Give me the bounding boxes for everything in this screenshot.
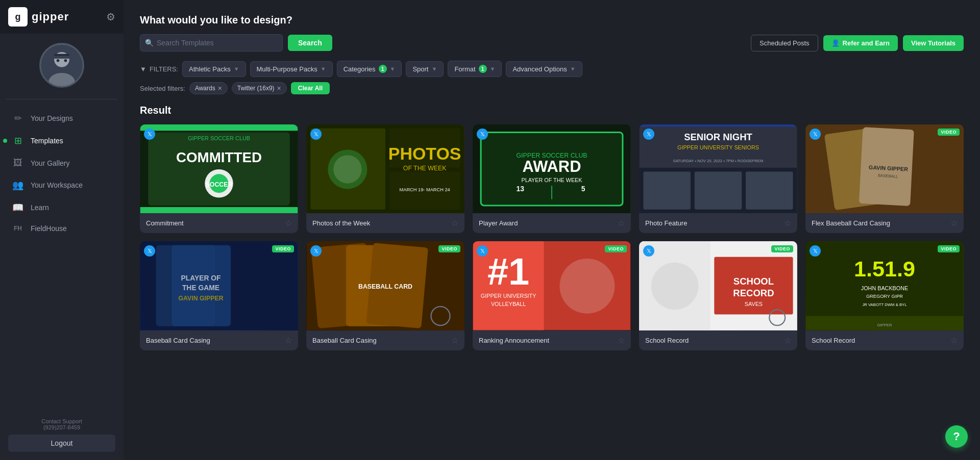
refer-earn-button[interactable]: 👤 Refer and Earn <box>823 35 898 51</box>
scheduled-posts-button[interactable]: Scheduled Posts <box>751 35 818 52</box>
svg-rect-10 <box>140 207 298 213</box>
template-card[interactable]: 𝕏 VIDEO GAVIN GIPPER BASEBALL Flex Baseb… <box>805 124 964 233</box>
template-card[interactable]: 𝕏 VIDEO PLAYER OF THE GAME GAVIN GIPPER … <box>140 241 298 350</box>
template-card[interactable]: 𝕏 VIDEO #1 GIPPER UNIVERSITY VOLLEYBALL … <box>473 241 631 350</box>
favorite-icon[interactable]: ☆ <box>784 336 791 345</box>
svg-text:RECORD: RECORD <box>733 288 774 298</box>
favorite-icon[interactable]: ☆ <box>950 336 958 345</box>
template-card[interactable]: 𝕏 COMMITTED SOCCER GIPPER SOCCER CLUB <box>140 124 298 233</box>
selected-filters-row: Selected filters: Awards × Twitter (16x9… <box>140 82 964 94</box>
filter-advanced-options[interactable]: Advanced Options ▼ <box>506 61 582 77</box>
svg-text:JR VABOTT DWM & BYL: JR VABOTT DWM & BYL <box>862 302 907 307</box>
remove-awards-tag[interactable]: × <box>218 85 222 92</box>
favorite-icon[interactable]: ☆ <box>451 218 458 228</box>
svg-text:MARCH 19- MARCH 24: MARCH 19- MARCH 24 <box>400 187 450 192</box>
view-tutorials-button[interactable]: View Tutorials <box>903 35 964 51</box>
search-button[interactable]: Search <box>288 35 332 51</box>
template-name: School Record <box>645 337 689 344</box>
svg-text:SOCCER: SOCCER <box>206 181 233 188</box>
template-card[interactable]: 𝕏 SENIOR NIGHT GIPPER UNIVERSITY SENIORS… <box>639 124 797 233</box>
template-card[interactable]: 𝕏 GIPPER SOCCER CLUB AWARD PLAYER OF THE… <box>473 124 631 233</box>
active-indicator <box>3 139 7 143</box>
favorite-icon[interactable]: ☆ <box>618 336 625 345</box>
favorite-icon[interactable]: ☆ <box>618 218 625 228</box>
template-thumbnail: 𝕏 COMMITTED SOCCER GIPPER SOCCER CLUB <box>140 124 298 213</box>
avatar-section <box>0 34 124 94</box>
chevron-down-icon: ▼ <box>234 66 239 72</box>
sidebar-item-label: Your Designs <box>31 114 73 122</box>
template-card[interactable]: 𝕏 VIDEO BASEBALL CARD Baseball Card Casi… <box>306 241 464 350</box>
favorite-icon[interactable]: ☆ <box>285 218 292 228</box>
svg-rect-36 <box>695 172 742 210</box>
template-footer: Photo Feature ☆ <box>639 213 797 233</box>
template-footer: Commitment ☆ <box>140 213 298 233</box>
filter-sport[interactable]: Sport ▼ <box>406 61 444 77</box>
gear-icon[interactable]: ⚙ <box>106 11 115 23</box>
svg-point-5 <box>57 59 60 62</box>
template-footer: Photos of the Week ☆ <box>306 213 464 233</box>
fieldhouse-icon: FH <box>12 225 23 232</box>
svg-text:AWARD: AWARD <box>523 158 581 175</box>
card-preview: 𝕏 PHOTOS OF THE WEEK MARCH 19- MARCH 24 <box>306 124 464 213</box>
twitter-badge: 𝕏 <box>810 129 821 140</box>
video-badge: VIDEO <box>938 245 960 252</box>
remove-twitter-tag[interactable]: × <box>277 85 281 92</box>
favorite-icon[interactable]: ☆ <box>451 336 458 345</box>
template-card[interactable]: 𝕏 VIDEO SCHOOL RECORD SAVES School <box>639 241 797 350</box>
sidebar-item-label: Learn <box>31 203 49 212</box>
filter-categories[interactable]: Categories 1 ▼ <box>337 61 402 77</box>
sidebar-item-your-gallery[interactable]: 🖼 Your Gallery <box>4 152 119 173</box>
chevron-down-icon: ▼ <box>490 66 496 72</box>
favorite-icon[interactable]: ☆ <box>784 218 791 228</box>
filter-athletic-packs[interactable]: Athletic Packs ▼ <box>182 61 246 77</box>
template-card[interactable]: 𝕏 VIDEO 1.51.9 JOHN BACKBONE GREGORY GIP… <box>805 241 964 350</box>
sidebar-item-your-designs[interactable]: ✏ Your Designs <box>4 108 119 129</box>
clear-all-button[interactable]: Clear All <box>291 82 330 94</box>
search-input[interactable] <box>140 34 283 52</box>
svg-text:SENIOR NIGHT: SENIOR NIGHT <box>684 132 752 142</box>
template-thumbnail: 𝕏 GIPPER SOCCER CLUB AWARD PLAYER OF THE… <box>473 124 631 213</box>
sidebar-footer: Contact Support (929)207-8459 Logout <box>0 413 124 460</box>
help-button[interactable]: ? <box>945 425 968 448</box>
filter-multi-purpose-packs[interactable]: Multi-Purpose Packs ▼ <box>250 61 333 77</box>
card-preview: 𝕏 SENIOR NIGHT GIPPER UNIVERSITY SENIORS… <box>639 124 797 213</box>
nav-items: ✏ Your Designs ⊞ Templates 🖼 Your Galler… <box>0 105 124 413</box>
svg-rect-55 <box>140 241 298 330</box>
template-name: Commitment <box>146 219 184 227</box>
svg-rect-35 <box>643 172 691 210</box>
chevron-down-icon: ▼ <box>321 66 326 72</box>
workspace-icon: 👥 <box>12 180 23 191</box>
template-name: Baseball Card Casing <box>312 337 377 344</box>
template-thumbnail: 𝕏 VIDEO 1.51.9 JOHN BACKBONE GREGORY GIP… <box>805 241 964 330</box>
template-thumbnail: 𝕏 VIDEO BASEBALL CARD <box>306 241 464 330</box>
svg-text:OF THE WEEK: OF THE WEEK <box>403 165 447 172</box>
page-title: What would you like to design? <box>140 14 964 26</box>
twitter-badge: 𝕏 <box>477 129 488 140</box>
search-row: 🔍 Search Scheduled Posts 👤 Refer and Ear… <box>140 34 964 52</box>
filter-format[interactable]: Format 1 ▼ <box>448 61 502 77</box>
sidebar-item-learn[interactable]: 📖 Learn <box>4 197 119 218</box>
sidebar-item-templates[interactable]: ⊞ Templates <box>4 130 119 151</box>
template-footer: Flex Baseball Card Casing ☆ <box>805 213 964 233</box>
search-icon: 🔍 <box>145 39 154 47</box>
sidebar-item-fieldhouse[interactable]: FH FieldHouse <box>4 219 119 238</box>
chevron-down-icon: ▼ <box>431 66 437 72</box>
sidebar: g gipper ⚙ ✏ Your Designs <box>0 0 124 460</box>
sidebar-item-label: Your Workspace <box>31 181 83 189</box>
header-actions: Scheduled Posts 👤 Refer and Earn View Tu… <box>751 35 964 52</box>
svg-text:JOHN BACKBONE: JOHN BACKBONE <box>861 285 908 291</box>
svg-rect-48 <box>806 124 964 213</box>
logout-button[interactable]: Logout <box>8 435 115 452</box>
favorite-icon[interactable]: ☆ <box>285 336 292 345</box>
svg-text:BASEBALL CARD: BASEBALL CARD <box>358 283 412 290</box>
selected-filters-label: Selected filters: <box>140 85 185 92</box>
sidebar-divider <box>6 99 117 99</box>
sidebar-item-your-workspace[interactable]: 👥 Your Workspace <box>4 174 119 196</box>
svg-rect-37 <box>746 172 793 210</box>
favorite-icon[interactable]: ☆ <box>950 218 958 228</box>
filter-funnel-icon: ▼ <box>140 65 146 73</box>
templates-grid: 𝕏 COMMITTED SOCCER GIPPER SOCCER CLUB <box>140 124 964 350</box>
svg-text:GIPPER: GIPPER <box>877 323 892 327</box>
template-card[interactable]: 𝕏 PHOTOS OF THE WEEK MARCH 19- MARCH 24 <box>306 124 464 233</box>
card-preview: 𝕏 VIDEO #1 GIPPER UNIVERSITY VOLLEYBALL <box>473 241 631 330</box>
